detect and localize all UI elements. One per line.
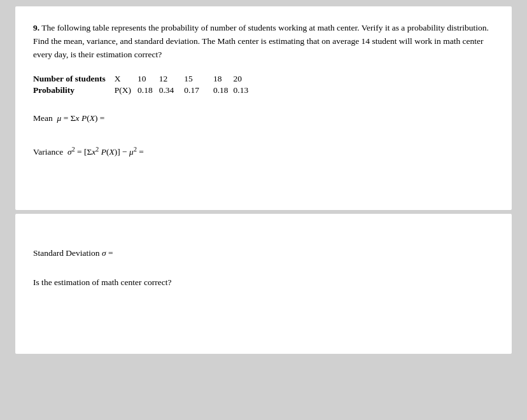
x-val-4: 18 <box>213 73 234 85</box>
table-row-probabilities: Probability P(X) 0.18 0.34 0.17 0.18 0.1… <box>33 85 255 96</box>
mean-row: Mean μ = Σx P(X) = <box>33 111 494 125</box>
std-dev-label: Standard Deviation σ = <box>33 248 113 258</box>
question-text: 9. The following table represents the pr… <box>33 22 494 62</box>
bottom-card: Standard Deviation σ = Is the estimation… <box>15 214 512 354</box>
px-val-4: 0.18 <box>213 85 234 96</box>
px-val-3: 0.17 <box>184 85 213 96</box>
probability-table: Number of students X 10 12 15 18 20 Prob… <box>33 73 255 96</box>
std-dev-section: Standard Deviation σ = <box>33 248 494 258</box>
px-col-header: P(X) <box>115 85 137 96</box>
px-val-5: 0.13 <box>234 85 255 96</box>
top-card: 9. The following table represents the pr… <box>15 6 512 210</box>
question-body: The following table represents the proba… <box>33 23 489 59</box>
row1-label: Number of students <box>33 73 115 85</box>
px-val-1: 0.18 <box>137 85 159 96</box>
row2-label: Probability <box>33 85 115 96</box>
table-row-labels: Number of students X 10 12 15 18 20 <box>33 73 255 85</box>
estimation-label: Is the estimation of math center correct… <box>33 277 171 287</box>
formula-section: Mean μ = Σx P(X) = Variance σ2 = [Σx2 P(… <box>33 111 494 159</box>
variance-label: Variance σ2 = [Σx2 P(X)] − μ2 = <box>33 147 144 157</box>
x-val-1: 10 <box>137 73 159 85</box>
x-val-2: 12 <box>159 73 185 85</box>
px-val-2: 0.34 <box>159 85 185 96</box>
table-section: Number of students X 10 12 15 18 20 Prob… <box>33 73 494 96</box>
x-val-3: 15 <box>184 73 213 85</box>
x-val-5: 20 <box>234 73 255 85</box>
estimation-section: Is the estimation of math center correct… <box>33 277 494 288</box>
x-col-header: X <box>115 73 137 85</box>
question-number: 9. <box>33 23 39 32</box>
mean-label: Mean μ = Σx P(X) = <box>33 113 104 123</box>
variance-row: Variance σ2 = [Σx2 P(X)] − μ2 = <box>33 144 494 158</box>
